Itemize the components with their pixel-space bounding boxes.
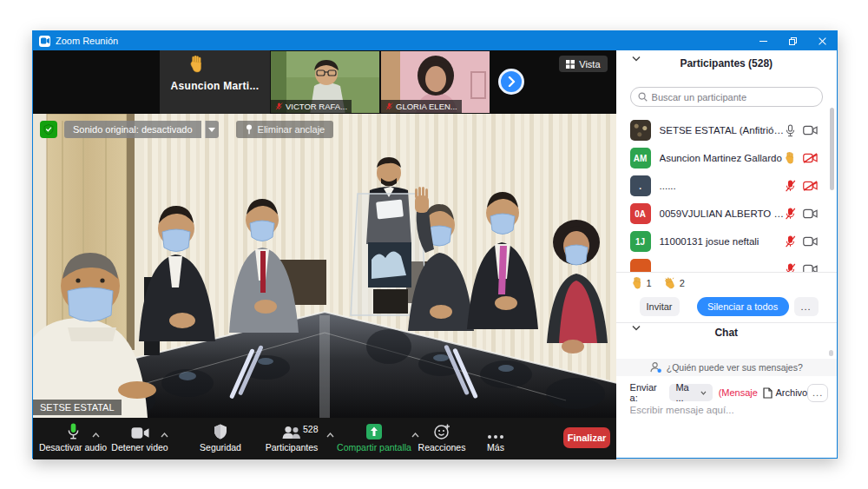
side-panel: Participantes (528) SETSE ESTATAL (Anfit… — [616, 50, 837, 458]
send-to-value: Ma ... — [675, 382, 695, 403]
divider — [616, 322, 837, 323]
share-screen-icon — [366, 422, 382, 439]
clap-reaction-count[interactable]: 2 — [664, 277, 685, 289]
camera-off-icon[interactable] — [803, 181, 818, 191]
close-button[interactable] — [807, 31, 837, 50]
chat-message-input[interactable] — [630, 405, 823, 415]
muted-mic-icon[interactable] — [785, 180, 796, 193]
security-button[interactable]: Seguridad — [181, 422, 260, 453]
mic-icon[interactable] — [785, 124, 796, 137]
participant-row-partial[interactable] — [616, 255, 837, 272]
tile-victor[interactable]: VICTOR RAFA... — [270, 50, 380, 114]
chat-privacy-note[interactable]: ¿Quién puede ver sus mensajes? — [616, 359, 837, 376]
muted-mic-icon — [385, 102, 393, 111]
divider — [616, 272, 837, 273]
send-to-label: Enviar a: — [630, 382, 663, 403]
tile-asuncion[interactable]: Asuncion Marti... — [160, 50, 270, 114]
participant-search[interactable] — [630, 87, 823, 107]
video-filmstrip: Asuncion Marti... — [33, 50, 616, 114]
participant-name: 0059VJULIAN ALBERTO ZUMAYA... — [660, 208, 785, 219]
share-screen-label: Compartir pantalla — [337, 442, 411, 453]
remove-pin-button[interactable]: Eliminar anclaje — [236, 121, 334, 138]
avatar: 0A — [630, 203, 651, 224]
participant-name: 11000131 josue neftali — [660, 236, 785, 247]
camera-active-icon — [131, 422, 149, 439]
video-overlay-controls: Sonido original: desactivado Eliminar an… — [40, 121, 333, 138]
muted-mic-icon — [275, 102, 283, 111]
window-title: Zoom Reunión — [56, 36, 748, 46]
chat-privacy-text: ¿Quién puede ver sus mensajes? — [667, 362, 803, 373]
participants-scrollbar[interactable] — [830, 108, 834, 190]
vista-button[interactable]: Vista — [559, 56, 607, 72]
raised-hand-icon — [189, 56, 205, 76]
chat-scrollbar[interactable] — [829, 350, 833, 356]
mute-all-button[interactable]: Silenciar a todos — [697, 297, 789, 316]
raised-hand-icon — [785, 152, 796, 164]
hand-reaction-count[interactable]: 1 — [632, 277, 652, 289]
search-icon — [638, 92, 648, 102]
more-button[interactable]: Más — [456, 422, 536, 453]
chat-panel-title: Chat — [616, 327, 837, 344]
clap-icon — [664, 277, 676, 289]
victor-name-label: VICTOR RAFA... — [271, 100, 352, 113]
avatar: AM — [630, 148, 651, 169]
camera-on-icon[interactable] — [803, 208, 818, 219]
remove-pin-label: Eliminar anclaje — [258, 124, 326, 135]
conference-room-scene — [33, 114, 616, 418]
muted-mic-icon[interactable] — [785, 235, 796, 248]
mic-active-icon — [67, 422, 80, 439]
next-page-arrow-button[interactable] — [498, 69, 524, 95]
pin-icon — [245, 124, 253, 135]
participant-row[interactable]: 0A 0059VJULIAN ALBERTO ZUMAYA... — [616, 200, 837, 228]
camera-on-icon[interactable] — [803, 125, 818, 135]
chat-more-button[interactable]: ... — [807, 384, 828, 402]
reactions-summary: 1 2 — [632, 274, 685, 292]
restore-button[interactable] — [778, 31, 807, 50]
search-input[interactable] — [652, 92, 815, 102]
tile-participant-name: GLORIA ELEN... — [396, 102, 457, 111]
participants-button[interactable]: 528 Participantes — [252, 422, 332, 453]
invite-button[interactable]: Invitar — [640, 297, 680, 316]
participant-row[interactable]: 1J 11000131 josue neftali — [616, 228, 837, 255]
file-button[interactable]: Archivo — [763, 387, 808, 399]
stop-video-button[interactable]: Detener video — [100, 422, 180, 453]
stop-video-label: Detener video — [111, 442, 168, 453]
send-to-dropdown[interactable]: Ma ... — [669, 384, 712, 401]
participants-more-button[interactable]: ... — [794, 297, 819, 316]
end-meeting-button[interactable]: Finalizar — [563, 427, 610, 448]
three-dots-icon — [487, 422, 504, 439]
avatar — [630, 259, 651, 272]
camera-off-icon[interactable] — [803, 153, 818, 163]
mute-audio-label: Desactivar audio — [39, 442, 107, 453]
file-icon — [763, 387, 773, 399]
participants-label: Participantes — [266, 442, 319, 453]
gloria-name-label: GLORIA ELEN... — [381, 100, 462, 113]
zoom-app-icon — [39, 36, 50, 47]
avatar: 1J — [630, 231, 651, 252]
participant-name: ...... — [660, 181, 785, 191]
participant-row[interactable]: SETSE ESTATAL (Anfitrión, yo) — [616, 116, 837, 144]
original-sound-caret-button[interactable] — [205, 121, 219, 138]
right-chevron-icon — [508, 76, 516, 87]
avatar: . — [630, 175, 651, 196]
encryption-shield-icon[interactable] — [40, 121, 57, 138]
participant-name: SETSE ESTATAL (Anfitrión, yo) — [660, 125, 785, 135]
muted-mic-icon[interactable] — [785, 263, 796, 273]
main-video[interactable]: Sonido original: desactivado Eliminar an… — [33, 114, 616, 418]
chat-send-row: Enviar a: Ma ... (Mensaje c Archivo ... — [630, 383, 828, 402]
participant-row[interactable]: AM Asuncion Martinez Gallardo — [616, 144, 837, 172]
tile-participant-name: VICTOR RAFA... — [286, 102, 347, 111]
camera-icon[interactable] — [803, 264, 818, 272]
participant-name: Asuncion Martinez Gallardo — [660, 153, 785, 163]
chevron-up-icon[interactable] — [161, 433, 168, 438]
participant-row[interactable]: . ...... — [616, 172, 837, 200]
file-label: Archivo — [776, 387, 808, 398]
restore-icon — [789, 37, 797, 45]
meeting-area: Asuncion Marti... — [33, 50, 616, 458]
tile-gloria[interactable]: GLORIA ELEN... — [380, 50, 490, 114]
chevron-up-icon[interactable] — [92, 433, 100, 438]
original-sound-button[interactable]: Sonido original: desactivado — [64, 121, 201, 138]
minimize-button[interactable] — [748, 31, 778, 50]
camera-on-icon[interactable] — [803, 236, 818, 247]
muted-mic-icon[interactable] — [785, 208, 796, 221]
